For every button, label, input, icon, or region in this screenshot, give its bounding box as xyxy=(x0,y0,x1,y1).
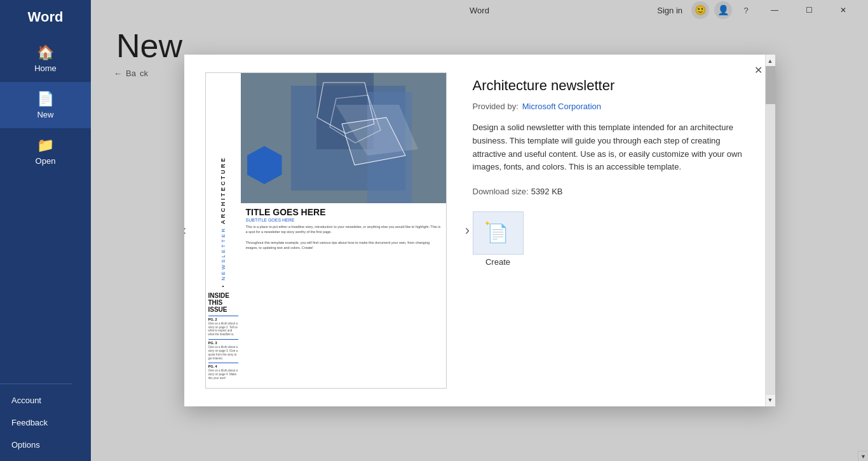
modal-scrollbar: ▲ ▼ xyxy=(765,55,775,406)
template-info-panel: Architecture newsletter Provided by: Mic… xyxy=(473,72,745,389)
template-preview-area: ‹ ARCHITECTURE NEWSLETTER INS xyxy=(202,72,450,389)
template-doc-title: TITLE GOES HERE xyxy=(246,207,441,217)
template-div1 xyxy=(208,316,238,316)
folder-icon: 📁 xyxy=(37,137,54,154)
template-pg3-text: Give us a blurb about a story on page 3.… xyxy=(208,345,238,360)
template-photo-overlay xyxy=(241,73,446,203)
sidebar-item-options[interactable]: Options xyxy=(0,434,91,456)
template-inside-section: INSIDETHISISSUE PG. 2 Give us a blurb ab… xyxy=(206,287,241,388)
modal-overlay: ✕ ‹ ARCHITECTURE xyxy=(91,0,868,461)
document-icon: 📄 xyxy=(487,224,509,243)
template-photo xyxy=(241,73,446,203)
new-doc-icon: 📄 xyxy=(37,91,54,107)
sidebar-item-home[interactable]: 🏠 Home xyxy=(0,36,91,82)
sidebar-bottom: Account Feedback Options xyxy=(0,378,91,461)
template-content: TITLE GOES HERE SUBTITLE GOES HERE This … xyxy=(241,203,446,388)
provider-row: Provided by: Microsoft Corporation xyxy=(473,102,745,111)
create-label: Create xyxy=(485,257,510,267)
sidebar-item-new[interactable]: 📄 New xyxy=(0,82,91,128)
create-button-wrapper: ✦ 📄 Create xyxy=(473,211,524,267)
create-button[interactable]: ✦ 📄 xyxy=(473,211,524,255)
template-pg4: PG. 4 xyxy=(208,364,238,368)
template-detail-modal: ✕ ‹ ARCHITECTURE xyxy=(184,55,775,406)
modal-body: ‹ ARCHITECTURE NEWSLETTER INS xyxy=(184,55,765,406)
provider-link[interactable]: Microsoft Corporation xyxy=(522,102,601,111)
app-title: Word xyxy=(0,0,91,36)
download-size-label: Download size: xyxy=(473,187,529,196)
sidebar-item-feedback[interactable]: Feedback xyxy=(0,411,91,434)
scrollbar-down-button[interactable]: ▼ xyxy=(766,395,775,405)
template-div2 xyxy=(208,339,238,340)
template-left-strip: ARCHITECTURE NEWSLETTER INSIDETHISISSUE … xyxy=(206,73,241,388)
template-right-content: TITLE GOES HERE SUBTITLE GOES HERE This … xyxy=(241,73,446,388)
sidebar-item-new-label: New xyxy=(37,110,53,119)
sidebar-item-home-label: Home xyxy=(34,63,57,73)
template-image: ARCHITECTURE NEWSLETTER INSIDETHISISSUE … xyxy=(205,72,447,389)
sidebar-divider xyxy=(0,384,72,384)
preview-prev-button[interactable]: ‹ xyxy=(184,219,196,242)
template-newsletter-text: NEWSLETTER xyxy=(220,227,226,281)
template-description: Design a solid newsletter with this temp… xyxy=(473,121,745,174)
sidebar-item-open[interactable]: 📁 Open xyxy=(0,128,91,175)
modal-close-button[interactable]: ✕ xyxy=(750,61,768,79)
template-doc-body: This is a place to put either a headline… xyxy=(246,224,441,250)
template-name-heading: Architecture newsletter xyxy=(473,77,745,94)
sidebar: Word 🏠 Home 📄 New 📁 Open Account Feedbac… xyxy=(0,0,91,461)
template-pg4-text: Give us a blurb about a story on page 4.… xyxy=(208,369,238,380)
download-size-row: Download size: 5392 KB xyxy=(473,187,745,196)
preview-next-button[interactable]: › xyxy=(456,219,479,242)
template-doc-subtitle: SUBTITLE GOES HERE xyxy=(246,218,441,222)
sidebar-item-account[interactable]: Account xyxy=(0,389,91,411)
sidebar-item-open-label: Open xyxy=(36,156,56,166)
home-icon: 🏠 xyxy=(37,44,54,61)
scrollbar-track xyxy=(766,66,775,395)
main-content: Word Sign in 🙂 👤 ? — ☐ ✕ New ← Back ✕ xyxy=(91,0,868,461)
create-doc-icon-wrapper: ✦ 📄 xyxy=(487,223,509,244)
template-div3 xyxy=(208,363,238,363)
provider-label: Provided by: xyxy=(473,102,519,111)
template-pg2-text: Give us a blurb about a story on page 2.… xyxy=(208,322,238,337)
template-pg2: PG. 2 xyxy=(208,317,238,321)
template-arch-text: ARCHITECTURE xyxy=(220,156,226,224)
download-size-value: 5392 KB xyxy=(531,187,563,196)
template-pg3: PG. 3 xyxy=(208,341,238,345)
template-inside-title: INSIDETHISISSUE xyxy=(208,292,238,313)
